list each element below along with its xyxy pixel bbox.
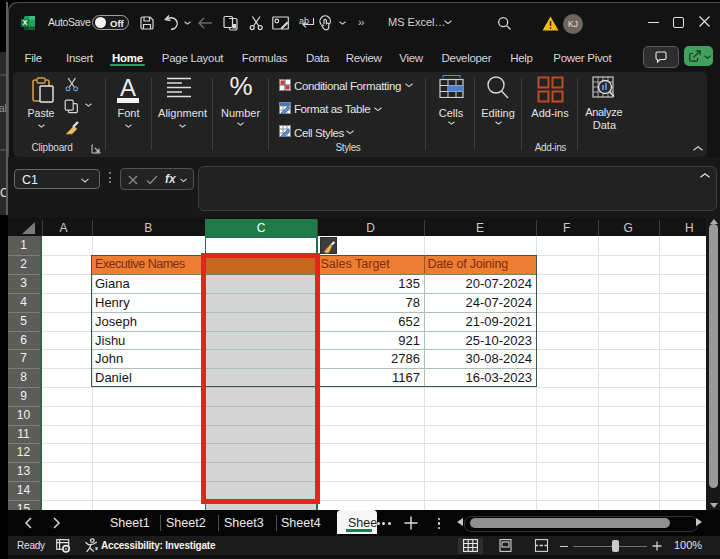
svg-text:X: X [22,18,27,27]
svg-text:%: % [229,74,252,98]
svg-text:A: A [120,74,136,101]
